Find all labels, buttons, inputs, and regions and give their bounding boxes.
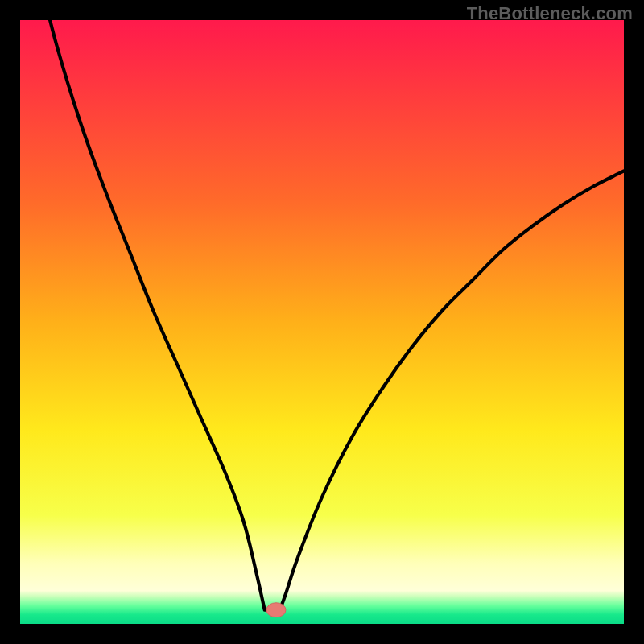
bottleneck-chart [20, 20, 624, 624]
chart-frame: TheBottleneck.com [0, 0, 644, 644]
optimal-point-marker [266, 603, 286, 617]
gradient-background [20, 20, 624, 624]
plot-area [20, 20, 624, 624]
